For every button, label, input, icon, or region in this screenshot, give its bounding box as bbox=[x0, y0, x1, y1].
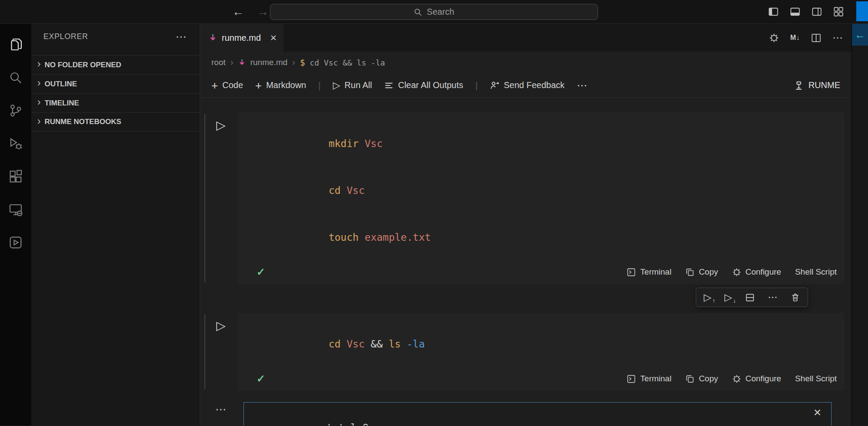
customize-layout-icon[interactable] bbox=[833, 7, 844, 17]
editor-group-back-button[interactable]: ← bbox=[852, 24, 868, 46]
open-markdown-preview-button[interactable]: M↓ bbox=[790, 34, 800, 42]
section-no-folder-opened[interactable]: › NO FOLDER OPENED bbox=[31, 55, 200, 74]
breadcrumb-root[interactable]: root bbox=[211, 58, 226, 67]
explorer-sidebar: EXPLORER ⋯ › NO FOLDER OPENED › OUTLINE … bbox=[31, 24, 200, 426]
sidebar-title: EXPLORER bbox=[43, 32, 88, 41]
configure-button[interactable]: Configure bbox=[732, 374, 781, 383]
split-editor-icon[interactable] bbox=[811, 33, 821, 43]
breadcrumb-prompt: $ bbox=[300, 58, 305, 67]
run-cell-button[interactable]: ▷ bbox=[216, 119, 226, 131]
terminal-icon bbox=[627, 268, 636, 277]
output-close-button[interactable]: ✕ bbox=[813, 407, 822, 419]
search-icon bbox=[414, 8, 422, 16]
run-and-debug-icon bbox=[9, 137, 23, 151]
chevron-right-icon: › bbox=[37, 115, 41, 127]
tab-runme-md[interactable]: runme.md ✕ bbox=[200, 24, 284, 52]
section-timeline[interactable]: › TIMELINE bbox=[31, 93, 200, 112]
runme-logo-icon bbox=[794, 80, 804, 90]
tab-close-button[interactable]: ✕ bbox=[270, 33, 277, 43]
chevron-right-icon: › bbox=[37, 58, 41, 70]
terminal-button[interactable]: Terminal bbox=[627, 374, 671, 383]
terminal-output: ✕ total 8 drwxr-xr-x 2 root root 4096 Oc… bbox=[243, 402, 832, 426]
section-label: OUTLINE bbox=[45, 80, 77, 88]
toolbar-more-button[interactable]: ⋯ bbox=[577, 79, 587, 92]
copy-icon bbox=[685, 268, 694, 277]
sidebar-more-button[interactable]: ⋯ bbox=[175, 30, 187, 43]
add-code-cell-button[interactable]: + Code bbox=[211, 80, 243, 91]
activity-source-control[interactable] bbox=[0, 94, 31, 127]
plus-icon: + bbox=[211, 80, 218, 91]
history-forward-button[interactable]: → bbox=[257, 5, 269, 19]
runme-panel-icon bbox=[9, 236, 23, 249]
cell-language-button[interactable]: Shell Script bbox=[795, 374, 837, 383]
activity-run-debug[interactable] bbox=[0, 127, 31, 160]
run-icon: ▷ bbox=[333, 80, 340, 91]
cell-language-button[interactable]: Shell Script bbox=[795, 267, 837, 277]
runme-brand[interactable]: RUNME bbox=[794, 80, 840, 90]
toggle-panel-icon[interactable] bbox=[790, 7, 800, 17]
execute-below-button[interactable]: ▷↓ bbox=[724, 292, 732, 302]
send-feedback-button[interactable]: Send Feedback bbox=[490, 80, 565, 90]
cell-more-actions-button[interactable]: ⋯ bbox=[768, 292, 778, 302]
secondary-editor-rail: ← bbox=[852, 24, 868, 426]
output-more-button[interactable]: ⋯ bbox=[215, 403, 227, 416]
editor-area: runme.md ✕ M↓ ⋯ root › bbox=[200, 24, 852, 426]
section-outline[interactable]: › OUTLINE bbox=[31, 74, 200, 93]
execute-above-button[interactable]: ▷↑ bbox=[704, 292, 712, 302]
breadcrumb-file[interactable]: runme.md bbox=[250, 58, 288, 67]
section-runme-notebooks[interactable]: › RUNME NOTEBOOKS bbox=[31, 112, 200, 131]
plus-icon: + bbox=[255, 80, 262, 91]
delete-cell-icon[interactable] bbox=[791, 293, 800, 302]
cell-focus-bar bbox=[204, 315, 205, 389]
code-line: cd Vsc bbox=[256, 167, 837, 214]
clear-all-icon bbox=[384, 81, 394, 90]
chevron-right-icon: › bbox=[37, 77, 41, 89]
section-label: TIMELINE bbox=[45, 99, 79, 108]
notebook-settings-gear-icon[interactable] bbox=[769, 33, 779, 43]
run-cell-button[interactable]: ▷ bbox=[216, 320, 226, 332]
toolbar-separator: | bbox=[475, 80, 477, 91]
add-markdown-cell-button[interactable]: + Markdown bbox=[255, 80, 306, 91]
split-cell-icon[interactable] bbox=[745, 293, 755, 302]
tab-label: runme.md bbox=[222, 33, 261, 43]
output-token: total 8 bbox=[326, 422, 368, 426]
editor-more-actions-button[interactable]: ⋯ bbox=[832, 32, 843, 44]
code-line: touch example.txt bbox=[256, 214, 837, 261]
copy-button[interactable]: Copy bbox=[685, 374, 718, 383]
activity-explorer[interactable] bbox=[0, 28, 31, 61]
code-cell-2: ▷ cd Vsc && ls -la ✓ Termina bbox=[204, 313, 845, 391]
gear-icon bbox=[732, 374, 741, 383]
run-all-button[interactable]: ▷ Run All bbox=[333, 80, 372, 91]
activity-search[interactable] bbox=[0, 61, 31, 94]
code-token: && bbox=[371, 338, 389, 350]
toggle-primary-sidebar-icon[interactable] bbox=[768, 7, 779, 17]
output-line: total 8 bbox=[254, 410, 821, 426]
explorer-icon bbox=[9, 38, 23, 52]
cell-focus-bar bbox=[204, 114, 205, 282]
code-token: ls bbox=[389, 338, 407, 350]
activity-runme-notebooks[interactable] bbox=[0, 226, 31, 259]
code-token: Vsc bbox=[347, 185, 365, 196]
toolbar-separator: | bbox=[318, 80, 320, 91]
configure-button[interactable]: Configure bbox=[732, 267, 781, 277]
code-token: -la bbox=[407, 338, 425, 350]
chevron-right-icon: › bbox=[292, 57, 295, 67]
activity-remote-explorer[interactable] bbox=[0, 193, 31, 226]
breadcrumb-command[interactable]: cd Vsc && ls -la bbox=[310, 58, 385, 67]
source-control-icon bbox=[9, 104, 23, 118]
terminal-button[interactable]: Terminal bbox=[627, 267, 671, 277]
toggle-secondary-sidebar-icon[interactable] bbox=[812, 7, 822, 17]
extensions-icon bbox=[9, 170, 23, 184]
cell-editor[interactable]: mkdir Vsc cd Vsc touch example.txt ✓ bbox=[237, 112, 845, 284]
cell-editor[interactable]: cd Vsc && ls -la ✓ Terminal bbox=[237, 313, 845, 391]
activity-extensions[interactable] bbox=[0, 160, 31, 193]
copy-button[interactable]: Copy bbox=[685, 267, 718, 277]
command-search-input[interactable]: Search bbox=[270, 4, 598, 20]
code-line: mkdir Vsc bbox=[256, 120, 837, 167]
history-back-button[interactable]: ← bbox=[232, 5, 244, 19]
code-line: cd Vsc && ls -la bbox=[256, 321, 837, 367]
remote-explorer-icon bbox=[9, 203, 23, 216]
code-token: example.txt bbox=[365, 232, 431, 243]
clear-all-outputs-button[interactable]: Clear All Outputs bbox=[384, 80, 463, 90]
runme-file-icon bbox=[238, 59, 246, 66]
